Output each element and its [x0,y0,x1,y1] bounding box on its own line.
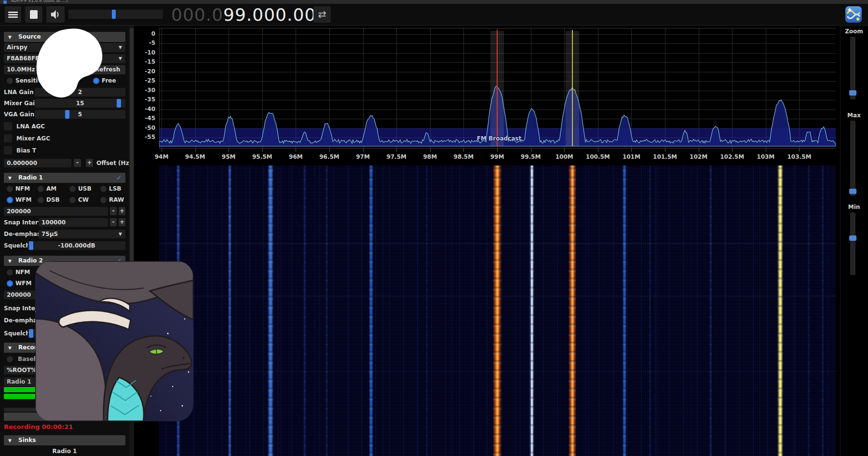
mixer-gain-slider[interactable]: 15 [35,99,125,108]
max-slider-handle[interactable] [849,189,856,194]
checkbox-label: LNA AGC [16,123,45,130]
sdrpp-logo-icon[interactable] [845,6,862,23]
freq-tick-label: 103M [757,153,774,160]
squelch-slider-handle[interactable] [29,241,33,250]
stop-button[interactable] [25,6,42,23]
volume-slider-handle[interactable] [112,10,116,19]
radio1-snap-input[interactable]: 100000 [39,218,108,227]
radio1-mode-raw[interactable]: RAW [100,196,124,203]
radio1-mode-usb[interactable]: USB [69,185,92,192]
radio-dot [38,186,44,192]
enabled-check-icon[interactable]: ✓ [116,173,122,183]
slider-handle[interactable] [65,110,69,119]
freq-tick-label: 94.5M [185,153,205,160]
freq-tick-label: 97M [356,153,370,160]
radio1-deemphasis-select[interactable]: 75µS ▼ [39,230,125,238]
freq-tick [732,149,732,152]
collapse-icon: ▼ [8,256,12,266]
freq-tick [329,149,330,152]
radio1-bandwidth-input[interactable]: 200000 [4,207,108,216]
waterfall-streak [623,166,626,456]
bandplan-label: FM Broadcast [477,135,521,142]
db-tick-label: -20 [138,68,155,75]
freq-tick [363,149,364,152]
radio1-squelch-slider[interactable]: -100.000dB [28,241,125,250]
radio1-mode-am[interactable]: AM [38,185,56,192]
radio2-mode-wfm[interactable]: WFM [7,279,31,287]
freq-tick [631,149,632,152]
checkbox-bias-t[interactable] [4,146,12,154]
menu-button[interactable] [5,6,21,23]
tuning-mode-button[interactable]: ⇄ [313,6,331,23]
checkbox-label: Mixer AGC [16,135,50,142]
min-slider[interactable] [850,212,855,275]
radio1-snap-minus-button[interactable]: - [110,218,117,226]
radio1-mode-dsb[interactable]: DSB [38,196,60,203]
waterfall-streak [531,166,533,456]
sinks-header[interactable]: ▼ Sinks [4,435,125,445]
vfo-line-radio-2[interactable] [572,30,573,146]
offset-minus-button[interactable]: - [74,159,81,167]
waterfall-streak [326,166,328,456]
freq-tick [598,149,598,152]
freq-tick [430,149,431,152]
fft-plot[interactable]: FM Broadcast [159,28,836,149]
vga-gain-slider[interactable]: 5 [35,110,125,119]
frequency-display[interactable]: 000.099.000.000 [171,4,327,26]
radio1-snap-plus-button[interactable]: + [119,218,125,226]
panel-divider [840,26,841,456]
slider-value: 5 [35,111,125,118]
freq-tick [162,149,162,152]
checkbox-mixer-agc[interactable] [4,134,12,142]
radio1-mode-wfm[interactable]: WFM [7,196,31,203]
max-slider[interactable] [850,121,855,196]
slider-handle[interactable] [117,99,121,108]
freq-tick [799,149,800,152]
frequency-dim-digits[interactable]: 000.0 [171,5,223,25]
freq-tick-label: 96.5M [319,153,339,160]
radio1-mode-lsb[interactable]: LSB [100,185,121,192]
white-blob-overlay [31,27,103,99]
offset-input[interactable]: 0.000000 [4,159,71,167]
collapse-icon: ▼ [8,436,12,446]
freq-tick-label: 99.5M [521,153,541,160]
checkbox-lna-agc[interactable] [4,122,12,130]
checkbox-label: Bias T [16,147,36,154]
gain-label-1: Mixer Gain [4,100,39,107]
radio1-mode-nfm[interactable]: NFM [7,185,30,192]
waterfall-streak [303,166,306,456]
squelch-slider-handle[interactable] [29,329,33,338]
radio1-bw-minus-button[interactable]: - [110,207,117,215]
radio-dot [7,280,13,287]
freq-tick [497,149,498,152]
offset-plus-button[interactable]: + [86,159,93,167]
toolbar: 000.099.000.000 ⇄ [0,4,868,26]
radio1-bw-plus-button[interactable]: + [119,207,125,215]
volume-slider[interactable] [68,10,163,19]
waterfall-streak [808,166,810,456]
swap-arrows-icon: ⇄ [318,9,326,20]
fft-db-axis: 0-5-10-15-20-25-30-35-40-45-50-55 [138,28,157,149]
freq-tick [463,149,464,152]
db-tick-label: -50 [138,124,155,131]
radio1-mode-cw[interactable]: CW [69,196,89,203]
freq-tick-label: 100M [556,153,573,160]
frequency-digits[interactable]: 99.000.000 [223,5,327,25]
radio1-mode-grid: NFMAMUSBLSBWFMDSBCWRAW [0,185,129,204]
speaker-icon [50,9,61,20]
db-tick-label: -45 [138,115,155,122]
db-tick-label: -30 [138,87,155,94]
min-slider-handle[interactable] [849,235,856,241]
waterfall[interactable] [159,166,836,456]
sdrpp-window: SDR++ v1.0.4 (built at ...) 000.099.000.… [0,0,868,456]
recording-status: Recording 00:00:21 [4,423,73,430]
volume-mute-button[interactable] [46,6,65,23]
radio1-header[interactable]: ▼ Radio 1 ✓ [4,173,125,183]
waterfall-streak [779,166,782,456]
freq-tick-label: 102M [690,153,707,160]
zoom-slider-handle[interactable] [849,90,856,96]
db-tick-label: -55 [138,134,155,140]
db-tick-label: -5 [138,40,155,46]
radio2-mode-nfm[interactable]: NFM [7,268,30,276]
vfo-line-radio-1[interactable] [497,30,498,146]
